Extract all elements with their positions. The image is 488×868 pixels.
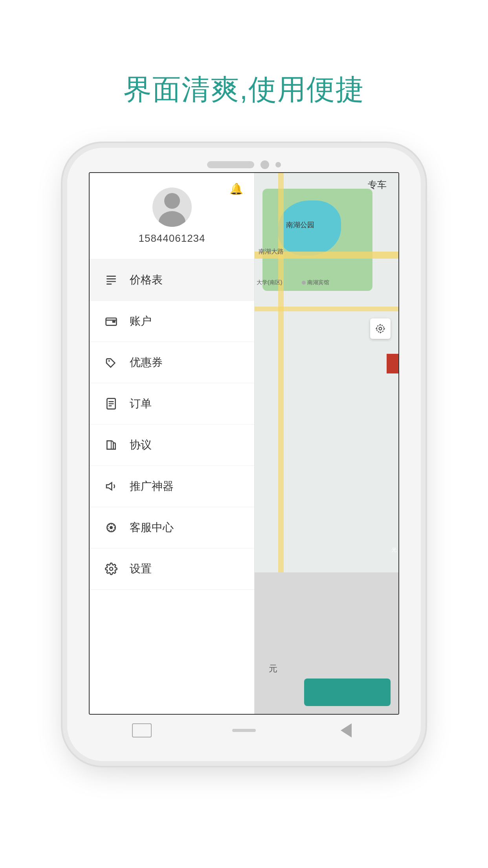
menu-item-price[interactable]: 价格表	[90, 259, 254, 301]
svg-rect-2	[106, 276, 116, 277]
avatar	[152, 188, 192, 227]
menu-label-account: 账户	[130, 314, 152, 329]
svg-point-14	[110, 526, 113, 529]
book-icon	[104, 438, 119, 452]
phone-top-bar	[207, 148, 281, 169]
svg-point-1	[159, 211, 185, 227]
menu-label-settings: 设置	[130, 561, 152, 576]
home-icon	[232, 729, 256, 732]
map-label-zhuanche: 专车	[368, 178, 387, 191]
menu-label-promo: 推广神器	[130, 479, 174, 494]
svg-rect-12	[108, 405, 112, 406]
drawer-menu: 🔔 15844061234	[90, 173, 255, 714]
map-label-university: 大学(南区)	[257, 279, 282, 286]
phone-shell: 🔔 15844061234	[67, 148, 421, 761]
map-label-nanhu-road: 南湖大路	[259, 248, 284, 256]
headset-icon	[104, 520, 119, 535]
speaker	[207, 161, 254, 168]
tag-icon	[104, 355, 119, 370]
svg-rect-3	[106, 278, 116, 280]
drawer-header: 🔔 15844061234	[90, 173, 254, 259]
phone-screen: 🔔 15844061234	[89, 172, 399, 715]
map-label-nanhu-park: 南湖公园	[286, 220, 314, 230]
list-icon	[104, 272, 119, 287]
menu-label-order: 订单	[130, 396, 152, 411]
svg-point-8	[108, 360, 110, 362]
menu-list: 价格表 账户 优惠券	[90, 259, 254, 714]
menu-item-coupon[interactable]: 优惠券	[90, 342, 254, 383]
svg-point-16	[110, 567, 113, 570]
menu-item-order[interactable]: 订单	[90, 383, 254, 425]
avatar-svg	[152, 188, 192, 227]
wallet-icon	[104, 314, 119, 329]
svg-point-0	[164, 193, 180, 209]
menu-item-agreement[interactable]: 协议	[90, 425, 254, 466]
map-store-marker: 光	[387, 354, 398, 373]
gear-icon	[104, 561, 119, 576]
map-area: 专车 南湖公园 南湖大路 大学(南区) 南湖宾馆	[255, 173, 398, 714]
recent-apps-button[interactable]	[130, 723, 154, 738]
user-phone: 15844061234	[138, 232, 205, 245]
camera	[261, 160, 269, 169]
map-bottom-panel: 元	[255, 572, 398, 714]
svg-rect-7	[112, 321, 116, 323]
menu-label-coupon: 优惠券	[130, 355, 163, 370]
svg-rect-4	[106, 281, 116, 282]
phone-bottom-nav	[67, 715, 421, 746]
map-label-nanhu-hotel: 南湖宾馆	[302, 279, 329, 286]
bell-icon[interactable]: 🔔	[229, 182, 243, 195]
menu-item-service[interactable]: 客服中心	[90, 507, 254, 548]
menu-item-account[interactable]: 账户	[90, 301, 254, 342]
svg-rect-11	[108, 403, 114, 405]
menu-label-agreement: 协议	[130, 438, 152, 452]
svg-point-18	[377, 325, 384, 333]
phone-mockup: 🔔 15844061234	[67, 148, 421, 761]
recent-apps-icon	[132, 723, 152, 737]
svg-rect-10	[108, 401, 114, 402]
svg-rect-5	[106, 283, 112, 285]
yuan-label: 元	[262, 663, 277, 679]
camera2	[275, 162, 281, 167]
menu-label-price: 价格表	[130, 272, 163, 287]
menu-label-service: 客服中心	[130, 520, 174, 535]
order-icon	[104, 396, 119, 411]
call-car-button[interactable]	[304, 679, 391, 706]
back-icon	[341, 723, 352, 737]
menu-item-promo[interactable]: 推广神器	[90, 466, 254, 507]
location-button[interactable]	[370, 318, 391, 339]
map-road-horizontal-2	[255, 307, 398, 311]
page-title: 界面清爽,使用便捷	[123, 71, 365, 108]
home-button[interactable]	[232, 723, 256, 738]
map-background: 专车 南湖公园 南湖大路 大学(南区) 南湖宾馆	[255, 173, 398, 714]
megaphone-icon	[104, 479, 119, 494]
menu-item-settings[interactable]: 设置	[90, 548, 254, 590]
back-button[interactable]	[334, 723, 358, 738]
svg-point-17	[379, 327, 382, 330]
